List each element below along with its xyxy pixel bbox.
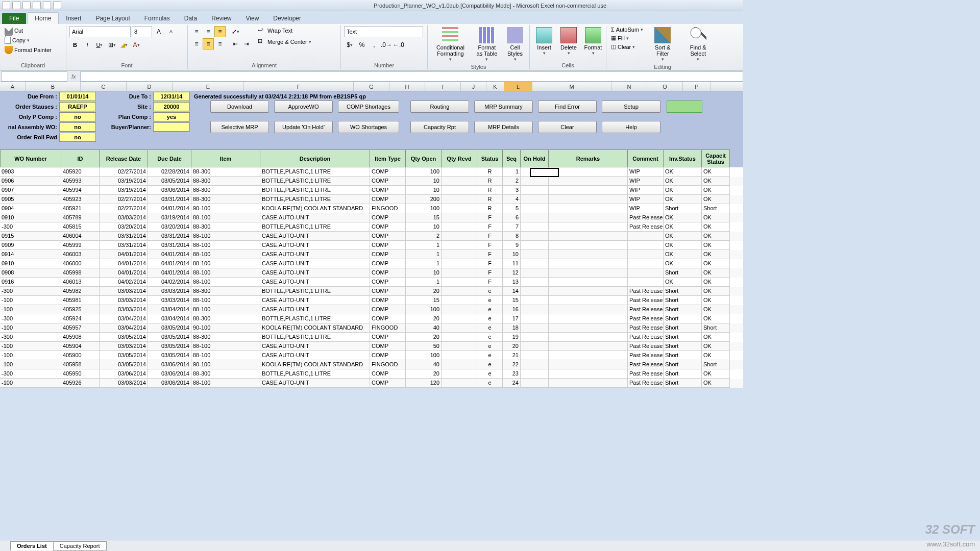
table-cell[interactable]: 100 (406, 305, 442, 314)
qat-icon[interactable] (53, 1, 61, 9)
table-cell[interactable] (628, 250, 664, 259)
table-cell[interactable] (549, 314, 628, 323)
table-cell[interactable]: 04/01/2014 (100, 250, 148, 259)
table-cell[interactable] (549, 360, 628, 369)
table-cell[interactable] (549, 342, 628, 351)
table-cell[interactable]: e (477, 369, 503, 379)
capacity-rpt-button[interactable]: Capacity Rpt (410, 121, 469, 133)
table-cell[interactable]: 03/19/2014 (100, 177, 148, 186)
table-cell[interactable] (521, 287, 549, 296)
align-bottom-icon[interactable]: ≡ (214, 26, 226, 37)
table-cell[interactable] (442, 232, 477, 241)
table-cell[interactable]: 0910 (0, 259, 61, 268)
table-cell[interactable]: -100 (0, 305, 61, 314)
tab-data[interactable]: Data (177, 13, 204, 24)
find-select-button[interactable]: Find & Select (680, 26, 716, 63)
table-cell[interactable]: KOOLAIRE(TM) COOLANT STANDARD (260, 360, 370, 369)
table-cell[interactable]: OK (664, 222, 702, 232)
table-cell[interactable] (549, 195, 628, 204)
wrap-text-button[interactable]: ⮐Wrap Text (256, 26, 313, 35)
table-cell[interactable]: OK (664, 195, 702, 204)
table-cell[interactable] (521, 259, 549, 268)
table-cell[interactable] (442, 268, 477, 278)
table-cell[interactable]: 1 (503, 167, 521, 177)
table-cell[interactable]: R (477, 177, 503, 186)
align-top-icon[interactable]: ≡ (191, 26, 202, 37)
table-cell[interactable]: 405921 (61, 204, 100, 213)
active-cell[interactable] (530, 168, 559, 177)
table-cell[interactable]: 0906 (0, 177, 61, 186)
table-cell[interactable]: 90-100 (191, 323, 260, 333)
table-cell[interactable]: 03/04/2014 (100, 314, 148, 323)
table-cell[interactable]: 10 (406, 268, 442, 278)
table-cell[interactable]: e (477, 287, 503, 296)
table-cell[interactable]: 0915 (0, 232, 61, 241)
table-cell[interactable]: CASE,AUTO-UNIT (260, 268, 370, 278)
order-roll-fwd-cell[interactable]: no (59, 133, 96, 142)
table-cell[interactable]: 03/03/2014 (100, 287, 148, 296)
table-cell[interactable]: 03/05/2014 (148, 177, 191, 186)
table-cell[interactable]: COMP (370, 351, 406, 360)
table-cell[interactable]: BOTTLE,PLASTIC,1 LITRE (260, 333, 370, 342)
table-cell[interactable]: 02/27/2014 (100, 204, 148, 213)
table-column-header[interactable]: Inv.Status (664, 149, 702, 167)
table-cell[interactable]: COMP (370, 222, 406, 232)
table-cell[interactable]: R (477, 204, 503, 213)
table-cell[interactable]: 3 (503, 186, 521, 195)
table-cell[interactable]: FINGOOD (370, 204, 406, 213)
column-header[interactable]: N (611, 82, 647, 91)
table-cell[interactable]: 03/31/2014 (148, 241, 191, 250)
table-cell[interactable]: OK (664, 167, 702, 177)
table-column-header[interactable]: Seq (503, 149, 521, 167)
table-cell[interactable]: 24 (503, 379, 521, 388)
table-cell[interactable]: 19 (503, 333, 521, 342)
border-button[interactable]: ⊞ (106, 39, 117, 51)
table-cell[interactable] (442, 195, 477, 204)
table-cell[interactable]: 405958 (61, 360, 100, 369)
table-cell[interactable] (549, 213, 628, 222)
table-cell[interactable]: e (477, 360, 503, 369)
table-cell[interactable]: COMP (370, 259, 406, 268)
sort-filter-button[interactable]: Sort & Filter (647, 26, 678, 63)
table-cell[interactable]: 405957 (61, 323, 100, 333)
table-cell[interactable]: 88-100 (191, 259, 260, 268)
table-cell[interactable]: 406003 (61, 250, 100, 259)
table-cell[interactable]: 1 (406, 241, 442, 250)
table-cell[interactable]: BOTTLE,PLASTIC,1 LITRE (260, 314, 370, 323)
table-cell[interactable]: 04/01/2014 (100, 268, 148, 278)
table-cell[interactable]: 88-300 (191, 177, 260, 186)
table-cell[interactable]: e (477, 314, 503, 323)
format-as-table-button[interactable]: Format as Table (472, 26, 502, 63)
table-cell[interactable]: COMP (370, 342, 406, 351)
table-cell[interactable] (521, 323, 549, 333)
table-cell[interactable]: 405900 (61, 351, 100, 360)
table-column-header[interactable]: Description (260, 149, 370, 167)
table-cell[interactable]: -100 (0, 323, 61, 333)
table-cell[interactable]: 405926 (61, 379, 100, 388)
table-cell[interactable]: CASE,AUTO-UNIT (260, 305, 370, 314)
table-cell[interactable]: CASE,AUTO-UNIT (260, 296, 370, 305)
table-cell[interactable]: 03/06/2014 (100, 369, 148, 379)
table-cell[interactable]: Short (664, 379, 702, 388)
table-cell[interactable]: 03/31/2014 (100, 241, 148, 250)
redo-icon[interactable] (22, 1, 31, 9)
table-cell[interactable] (521, 360, 549, 369)
table-cell[interactable]: 50 (406, 342, 442, 351)
table-cell[interactable] (549, 241, 628, 250)
table-cell[interactable]: F (477, 278, 503, 287)
table-cell[interactable]: 1 (406, 250, 442, 259)
table-cell[interactable]: 0908 (0, 268, 61, 278)
table-row[interactable]: 090540592302/27/201403/31/201488-300BOTT… (0, 195, 743, 204)
table-cell[interactable]: R (477, 167, 503, 177)
table-cell[interactable] (549, 232, 628, 241)
table-cell[interactable]: 88-100 (191, 268, 260, 278)
table-cell[interactable]: 17 (503, 314, 521, 323)
table-cell[interactable]: BOTTLE,PLASTIC,1 LITRE (260, 167, 370, 177)
table-cell[interactable]: Past Release (628, 305, 664, 314)
fx-icon[interactable]: fx (67, 73, 80, 80)
increase-font-icon[interactable]: A (153, 26, 164, 37)
table-cell[interactable]: 405998 (61, 268, 100, 278)
table-cell[interactable]: -300 (0, 222, 61, 232)
table-cell[interactable]: Past Release (628, 333, 664, 342)
table-cell[interactable]: 405925 (61, 305, 100, 314)
